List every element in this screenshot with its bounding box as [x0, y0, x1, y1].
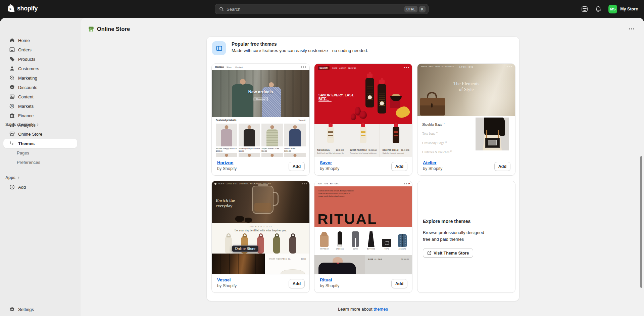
add-theme-button-vessel[interactable]: Add	[289, 279, 305, 288]
theme-link-vessel[interactable]: Vessel	[217, 277, 231, 282]
theme-author: by Shopify	[423, 166, 442, 171]
theme-card-savor: SAVOR SHOP ABOUT RECIPES SAVOR EVERY. LA…	[314, 63, 412, 176]
media-image-icon	[9, 94, 15, 99]
theme-link-horizon[interactable]: Horizon	[217, 160, 233, 165]
horizon-partial-row	[216, 153, 306, 157]
workspace: Home Orders Products Customers Marketing…	[0, 18, 644, 316]
theme-link-atelier[interactable]: Atelier	[423, 160, 436, 165]
horizon-product-thumbs	[216, 124, 306, 146]
sidekick-icon[interactable]	[581, 5, 588, 13]
sidebar-item-settings[interactable]: Settings	[3, 305, 77, 314]
add-theme-button-atelier[interactable]: Add	[494, 162, 510, 171]
online-store-icon	[88, 26, 94, 32]
explore-title: Explore more themes	[423, 219, 470, 224]
theme-preview-ritual[interactable]: NEW TOPS BOTTOMS Fashion for the wild at…	[314, 181, 412, 274]
shopify-logo[interactable]: S shopify	[7, 4, 38, 13]
atelier-hero: NEW IN BAGS SHOP ACCESSORIES ATELIER The…	[417, 64, 515, 116]
gear-icon	[9, 307, 15, 312]
sidebar-item-home[interactable]: Home	[3, 36, 77, 45]
theme-link-savor[interactable]: Savor	[320, 160, 332, 165]
svg-text:%: %	[11, 86, 13, 89]
themes-help-link[interactable]: themes	[374, 307, 388, 312]
search-placeholder: Search	[227, 7, 403, 12]
theme-card-footer: Ritual by Shopify Add	[314, 274, 412, 293]
visit-theme-store-button[interactable]: Visit Theme Store	[423, 248, 473, 258]
theme-card-ritual: NEW TOPS BOTTOMS Fashion for the wild at…	[314, 181, 412, 293]
notifications-bell-icon[interactable]	[595, 6, 602, 12]
theme-link-ritual[interactable]: Ritual	[320, 277, 332, 282]
sidebar-item-themes[interactable]: Themes	[3, 139, 77, 148]
theme-card-footer: Vessel by Shopify Add	[212, 274, 309, 293]
search-input[interactable]: Search CTRL K	[215, 4, 429, 14]
add-theme-button-ritual[interactable]: Add	[391, 279, 407, 288]
vessel-carafe	[252, 186, 274, 214]
vessel-hero: NEW IN COFFEE & TEA DRINKWARE KITCHENWAR…	[212, 181, 309, 223]
overflow-menu-button[interactable]	[627, 27, 636, 31]
theme-preview-savor[interactable]: SAVOR SHOP ABOUT RECIPES SAVOR EVERY. LA…	[314, 64, 412, 157]
add-theme-button-horizon[interactable]: Add	[289, 162, 305, 171]
account-menu[interactable]: MS My Store	[608, 5, 638, 13]
sidebar-item-products[interactable]: Products	[3, 54, 77, 64]
main-content: Online Store Popular free themes Made wi…	[81, 18, 644, 316]
explore-themes-card: Explore more themes Browse professionall…	[417, 181, 515, 293]
savor-bottle	[378, 84, 386, 114]
storefront-icon	[9, 131, 15, 137]
theme-author: by Shopify	[320, 283, 339, 288]
vessel-nav-icons	[302, 183, 307, 184]
svg-text:S: S	[9, 7, 11, 10]
horizon-hero-image: New arrivals Shop now	[212, 70, 309, 117]
savor-nav-icons	[404, 67, 409, 68]
ritual-hero: Fashion for the wild at heart. Build you…	[314, 186, 412, 227]
sidebar-item-content[interactable]: Content	[3, 92, 77, 101]
theme-preview-atelier[interactable]: NEW IN BAGS SHOP ACCESSORIES ATELIER The…	[417, 64, 515, 157]
atelier-product-thumb	[476, 118, 509, 150]
banner-description: Made with core features you can easily c…	[232, 48, 368, 53]
person-icon	[9, 66, 15, 71]
theme-card-vessel: Online Store NEW IN COFFEE & TEA DRINKWA…	[211, 181, 310, 293]
sidebar-item-preferences[interactable]: Preferences	[3, 157, 77, 167]
theme-author: by Shopify	[320, 166, 339, 171]
svg-text:$: $	[11, 104, 13, 108]
savor-products-strip: THE ORIGINAL $9.49 CAD Bold, fresh and f…	[314, 124, 412, 157]
shopify-wordmark: shopify	[17, 5, 38, 12]
theme-preview-vessel[interactable]: Online Store NEW IN COFFEE & TEA DRINKWA…	[212, 181, 309, 274]
sidebar-item-finance[interactable]: Finance	[3, 111, 77, 120]
page-footer: Learn more about themes	[206, 307, 519, 312]
sidebar-item-marketing[interactable]: Marketing	[3, 73, 77, 83]
themes-banner-icon	[212, 41, 226, 55]
horizon-preview-nav: Horizon Shop Contact	[212, 64, 309, 70]
theme-preview-horizon[interactable]: Horizon Shop Contact New arrivals Shop n…	[212, 64, 309, 157]
sidebar: Home Orders Products Customers Marketing…	[0, 18, 81, 316]
sidebar-item-orders[interactable]: Orders	[3, 45, 77, 54]
sales-channels-header[interactable]: Sales channels	[5, 121, 39, 128]
search-icon	[219, 7, 224, 11]
topbar: S shopify Search CTRL K MS My Store	[0, 0, 644, 18]
sidebar-item-customers[interactable]: Customers	[3, 64, 77, 73]
external-link-icon	[427, 251, 432, 255]
chevron-right-icon	[17, 176, 20, 179]
vessel-bottle-row	[212, 237, 309, 254]
ritual-nav: NEW TOPS BOTTOMS	[314, 181, 412, 186]
atelier-nav-icons	[507, 66, 512, 67]
add-theme-button-savor[interactable]: Add	[391, 162, 407, 171]
sidebar-item-discounts[interactable]: % Discounts	[3, 83, 77, 92]
online-store-tooltip: Online Store	[232, 245, 258, 252]
bank-icon	[9, 113, 15, 118]
tag-icon	[9, 56, 15, 62]
explore-text-line2: free and paid themes	[423, 237, 464, 242]
theme-author: by Shopify	[217, 283, 237, 288]
sidebar-item-add-app[interactable]: Add	[3, 182, 77, 192]
explore-text-line1: Browse professionally designed	[423, 230, 484, 235]
store-name: My Store	[620, 7, 638, 11]
apps-header[interactable]: Apps	[5, 174, 20, 181]
ritual-featured-strip: ROSE L.L. BAG $8,500.00	[314, 255, 412, 274]
page-scrollbar[interactable]	[640, 156, 642, 288]
sidebar-item-markets[interactable]: $ Markets	[3, 101, 77, 111]
sidebar-item-pages[interactable]: Pages	[3, 148, 77, 157]
sidebar-item-online-store[interactable]: Online Store	[3, 129, 77, 139]
savor-bottle	[365, 78, 374, 107]
atelier-handbag	[420, 98, 445, 116]
horizon-product-names: Michael Shaggy Wool Cardigan$200.00 Sofi…	[216, 147, 306, 152]
atelier-category-list: Shoulder Bags13 Tote bags39 Crossbody Ba…	[417, 116, 515, 157]
nested-arrow-icon	[9, 141, 15, 146]
